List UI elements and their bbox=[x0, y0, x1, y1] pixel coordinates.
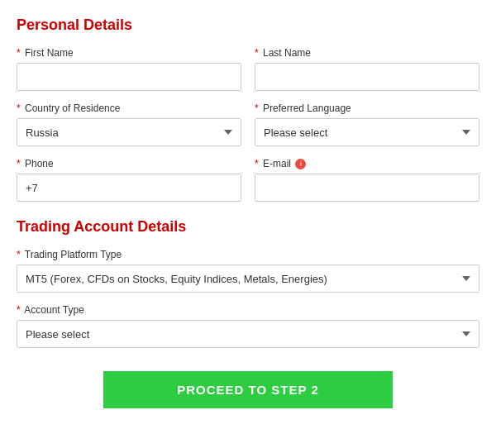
platform-select[interactable]: MT5 (Forex, CFDs on Stocks, Equity Indic… bbox=[17, 265, 479, 293]
first-name-label: * First Name bbox=[17, 47, 241, 59]
proceed-to-step2-button[interactable]: PROCEED TO STEP 2 bbox=[103, 371, 393, 408]
personal-details-section: Personal Details * First Name * Last Nam… bbox=[17, 17, 479, 202]
country-label: * Country of Residence bbox=[17, 102, 241, 114]
email-group: * E-mail i bbox=[255, 158, 479, 202]
platform-row: * Trading Platform Type MT5 (Forex, CFDs… bbox=[17, 249, 479, 293]
phone-input[interactable] bbox=[17, 174, 241, 202]
phone-group: * Phone bbox=[17, 158, 241, 202]
account-type-label: * Account Type bbox=[17, 304, 479, 316]
account-type-row: * Account Type Please select Standard EC… bbox=[17, 304, 479, 348]
country-select[interactable]: Russia United States United Kingdom Germ… bbox=[17, 118, 241, 146]
last-name-label: * Last Name bbox=[255, 47, 479, 59]
email-input[interactable] bbox=[255, 174, 479, 202]
proceed-button-container: PROCEED TO STEP 2 bbox=[17, 371, 479, 408]
country-group: * Country of Residence Russia United Sta… bbox=[17, 102, 241, 146]
platform-group: * Trading Platform Type MT5 (Forex, CFDs… bbox=[17, 249, 479, 293]
name-row: * First Name * Last Name bbox=[17, 47, 479, 91]
last-name-group: * Last Name bbox=[255, 47, 479, 91]
first-name-input[interactable] bbox=[17, 63, 241, 91]
account-type-select[interactable]: Please select Standard ECN VIP bbox=[17, 320, 479, 348]
last-name-input[interactable] bbox=[255, 63, 479, 91]
trading-details-title: Trading Account Details bbox=[17, 218, 479, 236]
email-label: * E-mail i bbox=[255, 158, 479, 169]
phone-label: * Phone bbox=[17, 158, 241, 169]
language-label: * Preferred Language bbox=[255, 102, 479, 114]
language-group: * Preferred Language Please select Engli… bbox=[255, 102, 479, 146]
trading-details-section: Trading Account Details * Trading Platfo… bbox=[17, 218, 479, 348]
personal-details-title: Personal Details bbox=[17, 17, 479, 34]
account-type-group: * Account Type Please select Standard EC… bbox=[17, 304, 479, 348]
country-language-row: * Country of Residence Russia United Sta… bbox=[17, 102, 479, 146]
first-name-group: * First Name bbox=[17, 47, 241, 91]
platform-label: * Trading Platform Type bbox=[17, 249, 479, 260]
phone-email-row: * Phone * E-mail i bbox=[17, 158, 479, 202]
email-info-icon[interactable]: i bbox=[295, 159, 306, 169]
language-select[interactable]: Please select English Russian German Fre… bbox=[255, 118, 479, 146]
